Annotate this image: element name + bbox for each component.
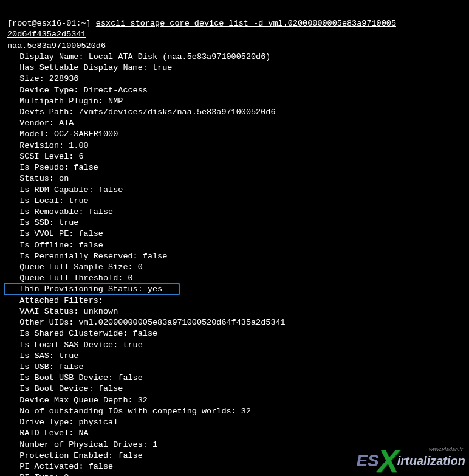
output-line: Is Pseudo: false <box>7 162 462 173</box>
output-line: Size: 228936 <box>7 74 462 85</box>
output-line: Vendor: ATA <box>7 118 462 129</box>
terminal[interactable]: [root@esxi6-01:~] esxcli storage core de… <box>7 7 462 476</box>
output-line: SCSI Level: 6 <box>7 151 462 162</box>
output-line: Drive Type: physical <box>7 417 462 428</box>
output-fields: Display Name: Local ATA Disk (naa.5e83a9… <box>7 52 462 476</box>
output-line: VAAI Status: unknown <box>7 306 462 317</box>
output-line: Is Boot Device: false <box>7 384 462 395</box>
output-line: Is SSD: true <box>7 218 462 229</box>
output-line: Queue Full Threshold: 0 <box>7 273 462 284</box>
output-line: Multipath Plugin: NMP <box>7 96 462 107</box>
output-line: Is VVOL PE: false <box>7 229 462 240</box>
command-text: esxcli storage core device list -d vml.0… <box>96 19 396 28</box>
output-line: Device Max Queue Depth: 32 <box>7 395 462 406</box>
output-line: Is SAS: true <box>7 351 462 362</box>
output-line: Queue Full Sample Size: 0 <box>7 262 462 273</box>
output-line: Is Local SAS Device: true <box>7 340 462 351</box>
output-line: Device Type: Direct-Access <box>7 85 462 96</box>
output-line: Devfs Path: /vmfs/devices/disks/naa.5e83… <box>7 107 462 118</box>
output-line: Is Perennially Reserved: false <box>7 251 462 262</box>
shell-prompt: [root@esxi6-01:~] <box>7 19 96 28</box>
output-line: Is RDM Capable: false <box>7 185 462 196</box>
watermark-logo: www.vladan.fr ESXirtualization <box>356 449 465 472</box>
watermark-rest: irtualization <box>397 453 465 469</box>
output-line: Revision: 1.00 <box>7 140 462 151</box>
output-line: Thin Provisioning Status: yes <box>7 284 462 295</box>
device-id: naa.5e83a971000520d6 <box>7 41 106 50</box>
output-line: Is Shared Clusterwide: false <box>7 328 462 339</box>
output-line: Other UIDs: vml.02000000005e83a971000520… <box>7 317 462 328</box>
output-line: Is Removable: false <box>7 207 462 218</box>
command-wrap: 20d64f435a2d5341 <box>7 30 86 39</box>
output-line: RAID Level: NA <box>7 428 462 439</box>
output-line: Attached Filters: <box>7 295 462 306</box>
output-line: Display Name: Local ATA Disk (naa.5e83a9… <box>7 52 462 63</box>
output-line: Model: OCZ-SABER1000 <box>7 129 462 140</box>
watermark-url: www.vladan.fr <box>429 446 463 453</box>
output-line: Is Offline: false <box>7 240 462 251</box>
output-line: Is Boot USB Device: false <box>7 373 462 384</box>
output-line: Status: on <box>7 173 462 184</box>
output-line: Is Local: true <box>7 196 462 207</box>
output-line: No of outstanding IOs with competing wor… <box>7 406 462 417</box>
watermark-es: ES <box>356 449 378 472</box>
output-line: Has Settable Display Name: true <box>7 63 462 74</box>
output-line: Is USB: false <box>7 362 462 373</box>
